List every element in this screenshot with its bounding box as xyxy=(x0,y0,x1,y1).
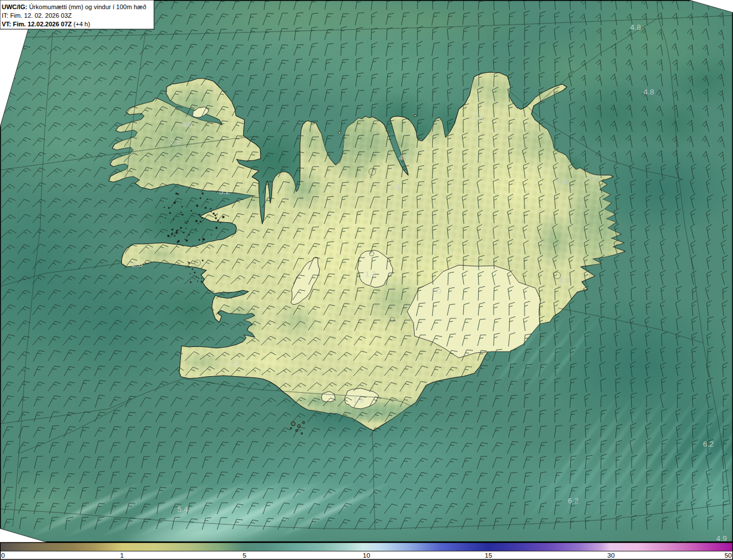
svg-text:UWC/IG: Úrkomumætti (mm) og vi: UWC/IG: Úrkomumætti (mm) og vindur í 100… xyxy=(2,3,146,10)
svg-text:4.8: 4.8 xyxy=(644,88,655,96)
svg-text:5: 5 xyxy=(243,552,246,559)
svg-text:1.9: 1.9 xyxy=(389,183,400,191)
svg-text:0: 0 xyxy=(1,552,5,559)
svg-text:4.3: 4.3 xyxy=(473,114,484,123)
svg-text:6.2: 6.2 xyxy=(568,496,579,505)
svg-text:30: 30 xyxy=(608,552,615,559)
svg-text:5.4: 5.4 xyxy=(178,505,188,514)
svg-text:50: 50 xyxy=(724,552,732,559)
svg-text:6.2: 6.2 xyxy=(703,440,714,448)
svg-text:1: 1 xyxy=(120,552,124,559)
svg-text:2.6: 2.6 xyxy=(132,260,143,269)
svg-text:1.2: 1.2 xyxy=(559,276,570,285)
svg-text:IT: Fim. 12. 02. 2026 03Z: IT: Fim. 12. 02. 2026 03Z xyxy=(2,12,72,19)
svg-text:1.0: 1.0 xyxy=(431,287,442,295)
svg-text:2.6: 2.6 xyxy=(171,137,182,146)
svg-text:4.6: 4.6 xyxy=(182,120,193,129)
svg-text:10: 10 xyxy=(363,552,371,559)
svg-text:5.2: 5.2 xyxy=(219,187,230,196)
svg-text:1.2: 1.2 xyxy=(365,270,376,278)
svg-text:1.6: 1.6 xyxy=(353,396,364,404)
svg-text:VT: Fim. 12.02.2026 07Z (+4 h): VT: Fim. 12.02.2026 07Z (+4 h) xyxy=(2,21,90,27)
svg-text:2.3: 2.3 xyxy=(230,359,241,368)
svg-text:4.2: 4.2 xyxy=(587,173,598,182)
svg-text:15: 15 xyxy=(485,552,492,559)
svg-text:1.6: 1.6 xyxy=(557,177,568,186)
svg-text:4.8: 4.8 xyxy=(630,23,641,31)
svg-text:4.7: 4.7 xyxy=(399,153,410,162)
